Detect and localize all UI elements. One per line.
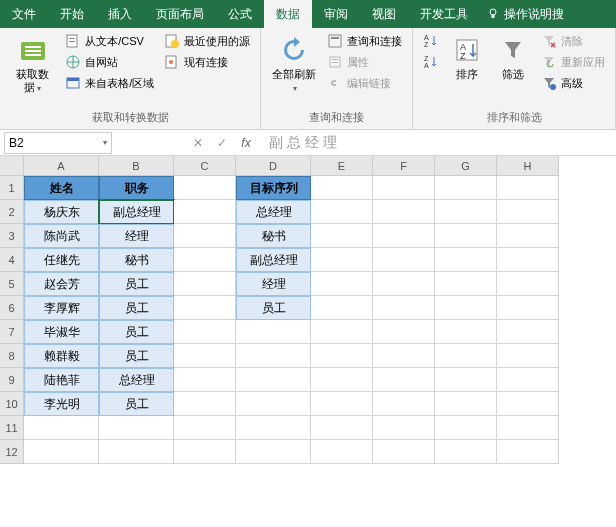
cell-B11[interactable] [99,416,174,440]
cell-B10[interactable]: 员工 [99,392,174,416]
cell-A3[interactable]: 陈尚武 [24,224,99,248]
cell-C12[interactable] [174,440,236,464]
cell-D12[interactable] [236,440,311,464]
queries-button[interactable]: 查询和连接 [325,32,404,50]
cell-A8[interactable]: 赖群毅 [24,344,99,368]
cell-E1[interactable] [311,176,373,200]
cell-D8[interactable] [236,344,311,368]
formula-input[interactable] [263,132,616,154]
cell-G12[interactable] [435,440,497,464]
cell-E12[interactable] [311,440,373,464]
cell-E9[interactable] [311,368,373,392]
col-header-G[interactable]: G [435,156,497,176]
cell-B3[interactable]: 经理 [99,224,174,248]
cell-E4[interactable] [311,248,373,272]
cell-F7[interactable] [373,320,435,344]
cell-A4[interactable]: 任继先 [24,248,99,272]
cell-F3[interactable] [373,224,435,248]
cell-B7[interactable]: 员工 [99,320,174,344]
cell-A12[interactable] [24,440,99,464]
cell-H6[interactable] [497,296,559,320]
cell-E11[interactable] [311,416,373,440]
cell-G8[interactable] [435,344,497,368]
cell-H10[interactable] [497,392,559,416]
col-header-E[interactable]: E [311,156,373,176]
cell-G4[interactable] [435,248,497,272]
cell-D2[interactable]: 总经理 [236,200,311,224]
cell-G2[interactable] [435,200,497,224]
recent-sources-button[interactable]: 最近使用的源 [162,32,252,50]
cell-F8[interactable] [373,344,435,368]
cell-B6[interactable]: 员工 [99,296,174,320]
reapply-button[interactable]: 重新应用 [539,53,607,71]
row-header-2[interactable]: 2 [0,200,24,224]
cell-H3[interactable] [497,224,559,248]
cell-D9[interactable] [236,368,311,392]
cell-H11[interactable] [497,416,559,440]
cell-C2[interactable] [174,200,236,224]
cell-B1[interactable]: 职务 [99,176,174,200]
cell-H9[interactable] [497,368,559,392]
cell-E5[interactable] [311,272,373,296]
tell-me-search[interactable]: 操作说明搜 [480,6,570,23]
existing-conn-button[interactable]: 现有连接 [162,53,252,71]
cell-B8[interactable]: 员工 [99,344,174,368]
cell-F11[interactable] [373,416,435,440]
cancel-button[interactable]: ✕ [187,132,209,154]
tab-view[interactable]: 视图 [360,0,408,28]
cell-F9[interactable] [373,368,435,392]
col-header-A[interactable]: A [24,156,99,176]
col-header-D[interactable]: D [236,156,311,176]
row-header-5[interactable]: 5 [0,272,24,296]
row-header-8[interactable]: 8 [0,344,24,368]
fx-button[interactable]: fx [235,132,257,154]
cell-E8[interactable] [311,344,373,368]
cell-F4[interactable] [373,248,435,272]
cell-C5[interactable] [174,272,236,296]
advanced-filter-button[interactable]: 高级 [539,74,607,92]
cell-G5[interactable] [435,272,497,296]
cell-G3[interactable] [435,224,497,248]
cell-E3[interactable] [311,224,373,248]
cell-D6[interactable]: 员工 [236,296,311,320]
tab-layout[interactable]: 页面布局 [144,0,216,28]
cell-F12[interactable] [373,440,435,464]
row-header-4[interactable]: 4 [0,248,24,272]
cell-E2[interactable] [311,200,373,224]
cell-H12[interactable] [497,440,559,464]
cell-A6[interactable]: 李厚辉 [24,296,99,320]
row-header-12[interactable]: 12 [0,440,24,464]
row-header-9[interactable]: 9 [0,368,24,392]
edit-links-button[interactable]: 编辑链接 [325,74,404,92]
from-table-button[interactable]: 来自表格/区域 [63,74,156,92]
cell-G11[interactable] [435,416,497,440]
sort-desc-button[interactable]: ZA [421,53,441,71]
sort-button[interactable]: AZ 排序 [447,32,487,83]
confirm-button[interactable]: ✓ [211,132,233,154]
cell-A1[interactable]: 姓名 [24,176,99,200]
cell-A11[interactable] [24,416,99,440]
refresh-all-button[interactable]: 全部刷新▾ [269,32,319,97]
cell-C3[interactable] [174,224,236,248]
cell-E7[interactable] [311,320,373,344]
cell-D4[interactable]: 副总经理 [236,248,311,272]
cell-F5[interactable] [373,272,435,296]
row-header-1[interactable]: 1 [0,176,24,200]
cell-F10[interactable] [373,392,435,416]
cell-G6[interactable] [435,296,497,320]
cell-B2[interactable]: 副总经理 [99,200,174,224]
cell-B5[interactable]: 员工 [99,272,174,296]
cell-D3[interactable]: 秘书 [236,224,311,248]
tab-data[interactable]: 数据 [264,0,312,28]
row-header-3[interactable]: 3 [0,224,24,248]
cell-A9[interactable]: 陆艳菲 [24,368,99,392]
from-web-button[interactable]: 自网站 [63,53,156,71]
cell-H2[interactable] [497,200,559,224]
cell-F6[interactable] [373,296,435,320]
properties-button[interactable]: 属性 [325,53,404,71]
cell-D11[interactable] [236,416,311,440]
cell-C10[interactable] [174,392,236,416]
cell-G9[interactable] [435,368,497,392]
cell-H4[interactable] [497,248,559,272]
cell-C8[interactable] [174,344,236,368]
